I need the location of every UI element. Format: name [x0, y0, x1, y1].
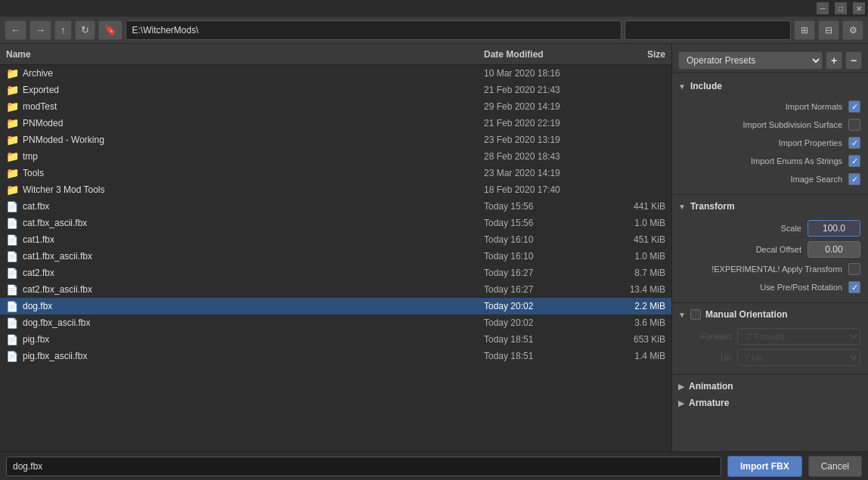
- right-panel: Operator Presets + − ▼ Include Import No…: [671, 44, 868, 451]
- armature-section-header[interactable]: ▶ Armature: [672, 395, 868, 411]
- import-properties-checkbox[interactable]: [848, 137, 860, 149]
- scale-input[interactable]: [808, 220, 860, 237]
- import-normals-checkbox[interactable]: [848, 101, 860, 113]
- maximize-button[interactable]: □: [835, 2, 847, 14]
- list-item[interactable]: 📁Archive10 Mar 2020 18:16: [0, 65, 671, 82]
- file-date: Today 16:10: [484, 234, 605, 245]
- list-item[interactable]: 📄cat2.fbx_ascii.fbxToday 16:2713.4 MiB: [0, 281, 671, 298]
- presets-add-button[interactable]: +: [826, 51, 842, 70]
- search-input[interactable]: [625, 20, 791, 40]
- animation-section-header[interactable]: ▶ Animation: [672, 378, 868, 395]
- include-section-content: Import Normals Import Subdivision Surfac…: [672, 94, 868, 191]
- forward-label: Forward: [684, 332, 737, 341]
- import-properties-label: Import Properties: [684, 138, 848, 147]
- file-name: cat.fbx: [23, 201, 484, 212]
- column-size-header[interactable]: Size: [605, 49, 665, 60]
- list-item[interactable]: 📄cat.fbx_ascii.fbxToday 15:561.0 MiB: [0, 215, 671, 231]
- import-fbx-button[interactable]: Import FBX: [727, 456, 802, 477]
- list-item[interactable]: 📄dog.fbxToday 20:022.2 MiB: [0, 298, 671, 314]
- manual-orientation-content: Forward -Z Forward Up Y Up: [672, 323, 868, 371]
- settings-button[interactable]: ⚙: [842, 20, 863, 40]
- armature-section-label: Armature: [689, 398, 729, 408]
- close-button[interactable]: ✕: [853, 2, 865, 14]
- file-name: modTest: [23, 101, 484, 112]
- forward-button[interactable]: →: [29, 20, 51, 40]
- file-name: pig.fbx: [23, 334, 484, 345]
- import-subdivision-control: [848, 119, 860, 131]
- folder-icon: 📁: [6, 117, 18, 129]
- list-item[interactable]: 📄dog.fbx_ascii.fbxToday 20:023.6 MiB: [0, 314, 671, 331]
- address-bar[interactable]: [126, 20, 622, 40]
- bookmark-button[interactable]: 🔖: [98, 20, 122, 40]
- folder-icon: 📁: [6, 67, 18, 79]
- fbx-file-icon: 📄: [6, 267, 18, 279]
- fbx-file-icon: 📄: [6, 200, 18, 212]
- filter-button[interactable]: ⊟: [818, 20, 839, 40]
- list-item[interactable]: 📄pig.fbx_ascii.fbxToday 18:511.4 MiB: [0, 348, 671, 364]
- forward-select[interactable]: -Z Forward: [737, 328, 860, 345]
- apply-transform-checkbox[interactable]: [848, 263, 860, 275]
- file-date: Today 18:51: [484, 351, 605, 361]
- up-select[interactable]: Y Up: [737, 349, 860, 366]
- file-date: 28 Feb 2020 18:43: [484, 151, 605, 162]
- import-enums-checkbox[interactable]: [848, 155, 860, 167]
- minimize-button[interactable]: ─: [817, 2, 829, 14]
- include-section-header[interactable]: ▼ Include: [672, 78, 868, 94]
- manual-orientation-toggle[interactable]: [690, 309, 701, 320]
- file-date: 23 Mar 2020 14:19: [484, 168, 605, 178]
- list-item[interactable]: 📁Witcher 3 Mod Tools18 Feb 2020 17:40: [0, 181, 671, 198]
- presets-remove-button[interactable]: −: [845, 51, 862, 70]
- column-name-header[interactable]: Name: [6, 49, 484, 60]
- up-button[interactable]: ↑: [54, 20, 72, 40]
- import-subdivision-label: Import Subdivision Surface: [684, 120, 848, 129]
- column-date-header[interactable]: Date Modified: [484, 49, 605, 60]
- file-name: dog.fbx: [23, 301, 484, 311]
- divider-2: [672, 302, 868, 303]
- list-item[interactable]: 📁modTest29 Feb 2020 14:19: [0, 98, 671, 115]
- import-enums-label: Import Enums As Strings: [684, 156, 848, 166]
- list-item[interactable]: 📁tmp28 Feb 2020 18:43: [0, 148, 671, 165]
- manual-orientation-header[interactable]: ▼ Manual Orientation: [672, 306, 868, 323]
- view-toggle-button[interactable]: ⊞: [794, 20, 815, 40]
- use-prepost-checkbox[interactable]: [848, 281, 860, 293]
- list-item[interactable]: 📁PNModed21 Feb 2020 22:19: [0, 115, 671, 132]
- file-name: Witcher 3 Mod Tools: [23, 184, 484, 195]
- file-size: 441 KiB: [605, 201, 665, 212]
- list-item[interactable]: 📄cat2.fbxToday 16:278.7 MiB: [0, 265, 671, 281]
- file-name: Tools: [23, 168, 484, 178]
- use-prepost-row: Use Pre/Post Rotation: [672, 278, 868, 296]
- file-date: Today 16:27: [484, 268, 605, 278]
- image-search-checkbox[interactable]: [848, 173, 860, 185]
- list-item[interactable]: 📄cat1.fbxToday 16:10451 KiB: [0, 231, 671, 248]
- file-date: Today 18:51: [484, 334, 605, 345]
- filename-input[interactable]: [6, 457, 721, 476]
- file-date: Today 16:10: [484, 251, 605, 262]
- fbx-file-icon: 📄: [6, 317, 18, 329]
- animation-section-label: Animation: [689, 381, 733, 392]
- folder-icon: 📁: [6, 167, 18, 179]
- back-button[interactable]: ←: [5, 20, 26, 40]
- list-item[interactable]: 📄cat1.fbx_ascii.fbxToday 16:101.0 MiB: [0, 248, 671, 265]
- list-item[interactable]: 📁Exported21 Feb 2020 21:43: [0, 82, 671, 98]
- include-arrow-icon: ▼: [678, 82, 686, 91]
- file-size: 8.7 MiB: [605, 268, 665, 278]
- list-item[interactable]: 📄pig.fbxToday 18:51653 KiB: [0, 331, 671, 348]
- include-section-label: Include: [690, 81, 722, 91]
- apply-transform-control: [848, 263, 860, 275]
- list-item[interactable]: 📁PNModed - Working23 Feb 2020 13:19: [0, 132, 671, 148]
- bottom-bar: Import FBX Cancel: [0, 451, 868, 480]
- import-enums-row: Import Enums As Strings: [672, 152, 868, 170]
- operator-presets-select[interactable]: Operator Presets: [678, 51, 823, 70]
- decal-offset-input[interactable]: [808, 241, 860, 258]
- title-bar: ─ □ ✕: [0, 0, 868, 17]
- transform-section-content: Scale Decal Offset !EXPERIMENTAL! Apply …: [672, 215, 868, 299]
- import-subdivision-checkbox[interactable]: [848, 119, 860, 131]
- fbx-file-icon: 📄: [6, 300, 18, 312]
- list-item[interactable]: 📁Tools23 Mar 2020 14:19: [0, 165, 671, 181]
- file-date: 10 Mar 2020 18:16: [484, 68, 605, 79]
- transform-section-header[interactable]: ▼ Transform: [672, 198, 868, 215]
- decal-offset-control: [808, 241, 860, 258]
- list-item[interactable]: 📄cat.fbxToday 15:56441 KiB: [0, 198, 671, 215]
- cancel-button[interactable]: Cancel: [808, 456, 862, 477]
- refresh-button[interactable]: ↻: [75, 20, 95, 40]
